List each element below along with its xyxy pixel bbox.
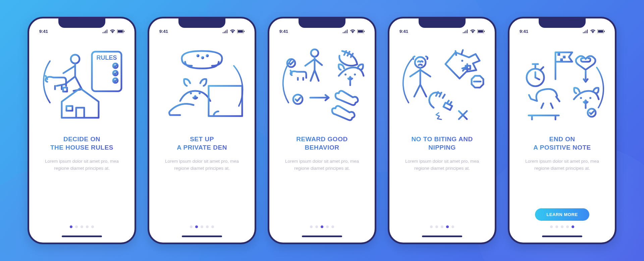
svg-point-30 bbox=[311, 49, 318, 57]
phone-notch bbox=[299, 18, 345, 28]
phone-frame-1: 9:41 RULES bbox=[28, 17, 136, 244]
dot[interactable] bbox=[321, 225, 323, 228]
dot[interactable] bbox=[446, 225, 449, 228]
page-dots[interactable] bbox=[393, 225, 491, 228]
dot[interactable] bbox=[86, 225, 89, 228]
dot[interactable] bbox=[555, 225, 558, 228]
svg-point-47 bbox=[580, 97, 582, 99]
page-dots[interactable] bbox=[153, 225, 251, 228]
svg-rect-14 bbox=[63, 88, 67, 92]
status-time: 9:41 bbox=[279, 29, 288, 34]
wifi-icon bbox=[590, 30, 595, 33]
home-indicator[interactable] bbox=[542, 236, 582, 237]
signal-icon bbox=[103, 30, 108, 33]
learn-more-button[interactable]: LEARN MORE bbox=[535, 208, 589, 221]
phone-frame-3: 9:41 bbox=[268, 17, 376, 244]
svg-point-32 bbox=[344, 73, 346, 75]
dot[interactable] bbox=[211, 225, 214, 228]
phone-frame-5: 9:41 bbox=[508, 17, 616, 244]
svg-rect-41 bbox=[598, 30, 603, 33]
dot[interactable] bbox=[566, 225, 569, 228]
signal-icon bbox=[583, 30, 588, 33]
battery-icon bbox=[477, 30, 485, 33]
dot[interactable] bbox=[75, 225, 78, 228]
phone-frame-4: 9:41 bbox=[388, 17, 496, 244]
screen-title: REWARD GOOD BEHAVIOR bbox=[273, 135, 371, 152]
svg-point-11 bbox=[71, 55, 79, 63]
illustration-no-biting bbox=[393, 44, 491, 128]
svg-rect-37 bbox=[484, 31, 485, 32]
dot[interactable] bbox=[435, 225, 438, 228]
battery-icon bbox=[597, 30, 605, 33]
svg-point-19 bbox=[202, 57, 203, 58]
status-time: 9:41 bbox=[39, 29, 48, 34]
screen-title: NO TO BITING AND NIPPING bbox=[393, 135, 491, 152]
phone-frame-2: 9:41 bbox=[148, 17, 256, 244]
home-indicator[interactable] bbox=[302, 236, 342, 237]
dot[interactable] bbox=[70, 225, 72, 228]
dot[interactable] bbox=[91, 225, 94, 228]
home-indicator[interactable] bbox=[62, 236, 102, 237]
home-indicator[interactable] bbox=[182, 236, 222, 237]
dot[interactable] bbox=[201, 225, 203, 228]
phone-notch bbox=[419, 18, 466, 28]
dot[interactable] bbox=[195, 225, 198, 228]
svg-rect-43 bbox=[557, 53, 560, 56]
svg-rect-28 bbox=[358, 30, 363, 33]
dot[interactable] bbox=[326, 225, 329, 228]
svg-rect-36 bbox=[478, 30, 483, 33]
dot[interactable] bbox=[80, 225, 83, 228]
home-indicator[interactable] bbox=[422, 236, 462, 237]
screen-body: Lorem ipsum dolor sit amet pro, mea regi… bbox=[514, 158, 611, 172]
dot[interactable] bbox=[310, 225, 313, 228]
battery-icon bbox=[237, 30, 245, 33]
battery-icon bbox=[357, 30, 365, 33]
svg-rect-17 bbox=[244, 31, 245, 32]
dot[interactable] bbox=[430, 225, 433, 228]
page-dots[interactable] bbox=[514, 225, 611, 228]
status-icons bbox=[463, 30, 485, 33]
phone-notch bbox=[539, 18, 586, 28]
status-icons bbox=[583, 30, 605, 33]
dot[interactable] bbox=[572, 225, 574, 228]
wifi-icon bbox=[230, 30, 235, 33]
signal-icon bbox=[463, 30, 468, 33]
screen-title: END ON A POSITIVE NOTE bbox=[514, 135, 611, 152]
dot[interactable] bbox=[331, 225, 334, 228]
svg-point-21 bbox=[190, 92, 192, 94]
status-time: 9:41 bbox=[159, 29, 168, 34]
svg-rect-1 bbox=[118, 30, 123, 33]
page-dots[interactable] bbox=[33, 225, 130, 228]
phone-row: 9:41 RULES bbox=[28, 17, 616, 244]
svg-point-20 bbox=[207, 55, 208, 56]
svg-point-18 bbox=[197, 55, 199, 56]
status-time: 9:41 bbox=[399, 29, 408, 34]
page-dots[interactable] bbox=[273, 225, 371, 228]
svg-point-33 bbox=[354, 73, 356, 75]
dot[interactable] bbox=[190, 225, 193, 228]
wifi-icon bbox=[470, 30, 475, 33]
dot[interactable] bbox=[206, 225, 209, 228]
dot[interactable] bbox=[441, 225, 443, 228]
screen-title: DECIDE ON THE HOUSE RULES bbox=[33, 135, 130, 152]
svg-rect-12 bbox=[66, 106, 72, 111]
dot[interactable] bbox=[315, 225, 318, 228]
svg-rect-44 bbox=[563, 56, 566, 58]
dot[interactable] bbox=[550, 225, 553, 228]
status-icons bbox=[103, 30, 124, 33]
dot[interactable] bbox=[561, 225, 564, 228]
svg-rect-42 bbox=[604, 31, 605, 32]
svg-point-22 bbox=[199, 92, 201, 94]
svg-rect-2 bbox=[124, 31, 124, 32]
svg-rect-16 bbox=[238, 30, 243, 33]
illustration-positive-note bbox=[514, 44, 611, 128]
svg-text:RULES: RULES bbox=[96, 54, 117, 61]
status-time: 9:41 bbox=[520, 29, 528, 34]
dot[interactable] bbox=[451, 225, 454, 228]
status-icons bbox=[343, 30, 365, 33]
wifi-icon bbox=[350, 30, 355, 33]
signal-icon bbox=[223, 30, 228, 33]
screen-body: Lorem ipsum dolor sit amet pro, mea regi… bbox=[273, 158, 371, 172]
illustration-private-den bbox=[153, 44, 251, 128]
status-icons bbox=[223, 30, 245, 33]
